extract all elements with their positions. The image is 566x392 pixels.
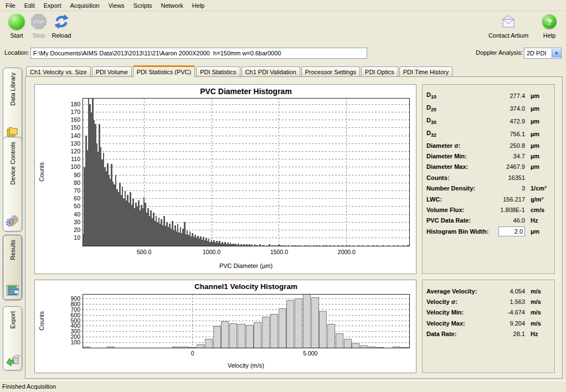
stop-icon: STOP [31,14,47,29]
stat-unit: Hz [525,331,550,337]
reload-button[interactable]: Reload [49,12,74,39]
menu-item-network[interactable]: Network [156,1,187,10]
stat-unit: µm [525,131,550,137]
svg-text:5.000: 5.000 [303,350,317,357]
stat-row-average-velocity: Average Velocity:4.054m/s [423,286,554,296]
tab-processor-settings[interactable]: Processor Settings [301,66,360,77]
stat-value: 374.0 [493,105,525,112]
doppler-analysis-label: Doppler Analysis: [476,49,523,56]
menu-item-scripts[interactable]: Scripts [129,1,157,10]
svg-text:70: 70 [74,187,80,194]
sidebar-item-results[interactable]: Results [3,235,22,300]
stat-label: Average Velocity: [426,288,493,295]
doppler-analysis-value: 2D PDI [524,50,552,56]
menu-item-views[interactable]: Views [104,1,129,10]
help-icon: ? [542,14,557,29]
tab-ch1-velocity-vs-size[interactable]: Ch1 Velocity vs. Size [26,66,91,77]
svg-text:1500.0: 1500.0 [270,249,288,255]
stat-unit: m/s [525,320,550,327]
sidebar-item-label: Results [9,240,16,260]
stat-value: 277.4 [493,92,525,99]
stat-unit: m/s [525,298,550,305]
stat-label: Diameter Max: [426,163,493,170]
toolbar: Start STOP Stop Reload [0,11,566,45]
gear-icon [6,214,20,228]
start-button[interactable]: Start [6,12,28,39]
svg-text:40: 40 [74,211,80,218]
sidebar-item-device-controls[interactable]: Device Controls [3,137,22,231]
location-input[interactable] [30,48,367,59]
stat-value: 156.217 [493,196,525,203]
menu-item-edit[interactable]: Edit [20,1,39,10]
stat-value: 9.204 [493,320,525,327]
svg-text:100: 100 [70,163,80,170]
stat-row-diameter: Diameter σ:250.8µm [423,140,554,151]
svg-text:PVC Diameter (µm): PVC Diameter (µm) [219,262,272,269]
help-button[interactable]: ? Help [538,12,560,39]
stat-label: Number Density: [426,185,493,192]
sidebar-item-label: Data Library [9,73,16,106]
sidebar-item-label: Device Controls [9,142,16,185]
reload-label: Reload [49,32,74,39]
stat-row-histogram-bin-width: Histogram Bin Width:µm [423,226,554,236]
stat-label: Counts: [426,174,493,181]
stat-label: D32 [426,130,493,138]
stat-unit: µm [525,228,550,235]
svg-text:2000.0: 2000.0 [338,249,356,255]
tab-pdi-volume[interactable]: PDI Volume [92,66,132,77]
sidebar-item-export[interactable]: Export [3,306,22,370]
histogram-bin-width-input[interactable] [498,226,525,236]
stat-value: 250.8 [493,142,525,149]
stat-unit: µm [525,142,550,149]
stat-label: D20 [426,104,493,112]
stat-unit: µm [525,153,550,159]
stat-value: 34.7 [493,153,525,159]
stat-value: 1.563 [493,298,525,305]
stat-value: 46.0 [493,217,525,224]
menu-item-acquisition[interactable]: Acquisition [66,1,104,10]
stat-row-d20: D20374.0µm [423,102,554,115]
stat-unit: Hz [525,217,550,224]
stat-value: 4.054 [493,288,525,295]
contact-artium-button[interactable]: Contact Artium [484,12,533,39]
location-row: Location: Doppler Analysis: 2D PDI ▼ [0,47,566,61]
stat-unit: µm [525,118,550,125]
svg-text:0: 0 [191,350,194,357]
stat-label: Velocity Max: [426,320,493,327]
svg-text:900: 900 [70,295,80,302]
stat-value: 16351 [493,174,525,181]
stat-row-pvc-data-rate: PVC Data Rate:46.0Hz [423,215,554,226]
tab-pdi-statistics-pvc[interactable]: PDI Statistics (PVC) [133,65,195,78]
tab-strip: Ch1 Velocity vs. SizePDI VolumePDI Stati… [26,65,452,77]
svg-text:10: 10 [74,234,80,241]
stat-label: Velocity σ: [426,298,493,305]
start-label: Start [6,32,28,39]
stat-value: 472.9 [493,118,525,125]
export-icon [6,354,20,367]
sidebar: Data Library Device Controls Results [0,62,25,381]
app-window: FileEditExportAcquisitionViewsScriptsNet… [0,0,566,392]
stat-row-d32: D32756.1µm [423,127,554,140]
svg-text:130: 130 [70,140,80,147]
stop-button[interactable]: STOP Stop [28,12,50,39]
tab-pdi-optics[interactable]: PDI Optics [361,66,398,77]
velocity-histogram-chart: 10020030040050060070080090005.000Channel… [35,280,415,372]
tab-ch1-pdi-validation[interactable]: Ch1 PDI Validation [241,66,300,77]
stat-label: D10 [426,91,493,100]
svg-text:50: 50 [74,203,80,209]
pvc-diameter-histogram-panel: 1020304050607080901001101201301401501601… [34,84,416,274]
stat-label: Velocity Min: [426,309,493,316]
sidebar-item-data-library[interactable]: Data Library [3,68,22,142]
tab-pdi-statistics[interactable]: PDI Statistics [196,66,240,77]
stat-unit: m/s [525,309,550,316]
menu-item-export[interactable]: Export [39,1,66,10]
svg-text:90: 90 [74,172,80,178]
svg-text:Velocity (m/s): Velocity (m/s) [228,362,264,369]
doppler-analysis-select[interactable]: 2D PDI ▼ [524,48,562,59]
stat-unit: µm [525,92,550,99]
stat-label: PVC Data Rate: [426,217,493,224]
menu-item-file[interactable]: File [1,1,20,10]
menu-item-help[interactable]: Help [188,1,209,10]
tab-pdi-time-history[interactable]: PDI Time History [399,66,453,77]
folder-icon [6,126,20,138]
